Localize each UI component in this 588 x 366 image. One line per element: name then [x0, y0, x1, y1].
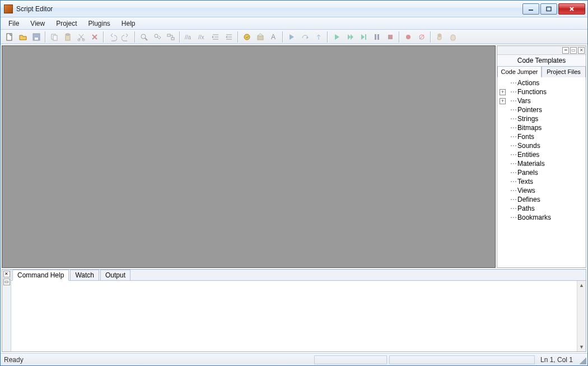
toolbar-separator [399, 31, 400, 43]
bottom-tab-command-help[interactable]: Command Help [12, 270, 69, 281]
tree-item-label: Functions [517, 88, 547, 96]
app-icon [4, 4, 13, 13]
bottom-panel-tabs: Command HelpWatchOutput [11, 270, 586, 281]
font-icon: A [268, 31, 280, 43]
maximize-button[interactable] [540, 3, 557, 15]
step-out-icon [312, 31, 325, 43]
svg-rect-4 [7, 34, 12, 40]
expand-icon[interactable]: + [500, 89, 506, 95]
status-position: Ln 1, Col 1 [536, 356, 577, 364]
menu-file[interactable]: File [3, 18, 25, 29]
tree-item-label: Fonts [517, 133, 534, 141]
menubar: FileViewProjectPluginsHelp [1, 17, 587, 30]
tree-item-views[interactable]: ⋯Views [497, 186, 586, 195]
step-over-icon [299, 31, 311, 43]
toolbar-separator [134, 31, 136, 43]
code-jumper-tree[interactable]: ⋯Actions+⋯Functions+⋯Vars⋯Pointers⋯Strin… [497, 77, 586, 267]
menu-project[interactable]: Project [50, 18, 82, 29]
editor-pane[interactable] [2, 45, 496, 268]
paste-icon [62, 31, 74, 43]
tree-item-vars[interactable]: +⋯Vars [497, 96, 586, 105]
menu-help[interactable]: Help [116, 18, 141, 29]
tree-item-label: Vars [517, 97, 531, 105]
svg-point-31 [244, 34, 250, 40]
svg-point-42 [406, 35, 410, 39]
resize-grip-icon[interactable] [577, 355, 586, 364]
bottom-tab-watch[interactable]: Watch [70, 270, 99, 280]
redo-icon [120, 31, 132, 43]
expand-icon[interactable]: + [500, 98, 506, 104]
svg-text://a: //a [185, 34, 192, 40]
tree-item-functions[interactable]: +⋯Functions [497, 87, 586, 96]
side-panel-tabs: Code JumperProject Files [497, 66, 586, 77]
tree-item-panels[interactable]: ⋯Panels [497, 168, 586, 177]
titlebar: Script Editor [1, 1, 587, 17]
tree-item-actions[interactable]: ⋯Actions [497, 78, 586, 87]
bottom-panel: ✕ ▭ Command HelpWatchOutput ▲ ▼ [2, 269, 586, 352]
compile-icon[interactable] [241, 31, 253, 43]
svg-rect-21 [167, 34, 170, 36]
panel-close-icon[interactable]: ✕ [3, 271, 10, 277]
svg-marker-35 [348, 34, 351, 40]
tree-item-materials[interactable]: ⋯Materials [497, 159, 586, 168]
save-icon [30, 31, 43, 43]
side-panel-header: ━ ▭ ✕ [497, 46, 586, 55]
svg-rect-32 [258, 36, 263, 40]
tree-item-label: Entities [517, 151, 539, 159]
toolbar-separator [282, 31, 283, 43]
menu-view[interactable]: View [25, 18, 50, 29]
copy-icon [48, 31, 60, 43]
svg-line-20 [157, 37, 159, 39]
panel-restore-icon[interactable]: ▭ [3, 279, 10, 285]
tree-item-fonts[interactable]: ⋯Fonts [497, 132, 586, 141]
scroll-down-icon[interactable]: ▼ [577, 342, 586, 351]
tree-item-label: Views [517, 187, 535, 194]
step-in-icon [286, 31, 298, 43]
tree-item-texts[interactable]: ⋯Texts [497, 177, 586, 186]
tree-item-strings[interactable]: ⋯Strings [497, 114, 586, 123]
svg-marker-34 [335, 34, 339, 40]
outdent-icon [223, 31, 235, 43]
tree-item-label: Actions [517, 79, 539, 87]
bottom-tab-output[interactable]: Output [100, 270, 130, 280]
panel-pin-icon[interactable]: ━ [562, 47, 569, 54]
new-file-icon[interactable] [3, 31, 16, 43]
tree-item-paths[interactable]: ⋯Paths [497, 204, 586, 213]
window-frame: Script Editor FileViewProjectPluginsHelp… [0, 0, 588, 366]
main-area: ━ ▭ ✕ Code Templates Code JumperProject … [1, 44, 587, 269]
tree-item-entities[interactable]: ⋯Entities [497, 150, 586, 159]
panel-close-icon[interactable]: ✕ [578, 47, 585, 54]
minimize-button[interactable] [522, 3, 539, 15]
svg-text://x: //x [198, 34, 204, 40]
scroll-up-icon[interactable]: ▲ [577, 281, 586, 290]
toolbar-separator [237, 31, 239, 43]
tree-item-defines[interactable]: ⋯Defines [497, 195, 586, 204]
tree-item-sounds[interactable]: ⋯Sounds [497, 141, 586, 150]
svg-rect-41 [388, 35, 393, 39]
close-button[interactable] [558, 3, 585, 15]
tree-item-bitmaps[interactable]: ⋯Bitmaps [497, 123, 586, 132]
tree-item-label: Paths [517, 205, 535, 212]
side-tab-code-jumper[interactable]: Code Jumper [497, 66, 542, 77]
side-tab-project-files[interactable]: Project Files [542, 66, 586, 77]
run-icon [330, 31, 343, 43]
svg-rect-10 [67, 34, 69, 35]
comment-icon: //a [183, 31, 195, 43]
grab-icon [447, 31, 459, 43]
tree-item-bookmarks[interactable]: ⋯Bookmarks [497, 213, 586, 222]
status-well-2 [389, 355, 535, 364]
window-title: Script Editor [16, 5, 522, 13]
panel-restore-icon[interactable]: ▭ [570, 47, 577, 54]
svg-rect-22 [171, 38, 174, 40]
side-panel: ━ ▭ ✕ Code Templates Code JumperProject … [497, 45, 586, 268]
tree-item-label: Panels [517, 169, 538, 177]
menu-plugins[interactable]: Plugins [83, 18, 116, 29]
svg-point-17 [141, 34, 146, 39]
tree-item-pointers[interactable]: ⋯Pointers [497, 105, 586, 114]
bottom-panel-content: ▲ ▼ [11, 281, 586, 351]
svg-text:A: A [271, 33, 276, 41]
vertical-scrollbar[interactable]: ▲ ▼ [577, 281, 586, 351]
svg-line-18 [145, 38, 147, 40]
open-file-icon[interactable] [17, 31, 29, 43]
tree-item-label: Strings [517, 115, 538, 123]
